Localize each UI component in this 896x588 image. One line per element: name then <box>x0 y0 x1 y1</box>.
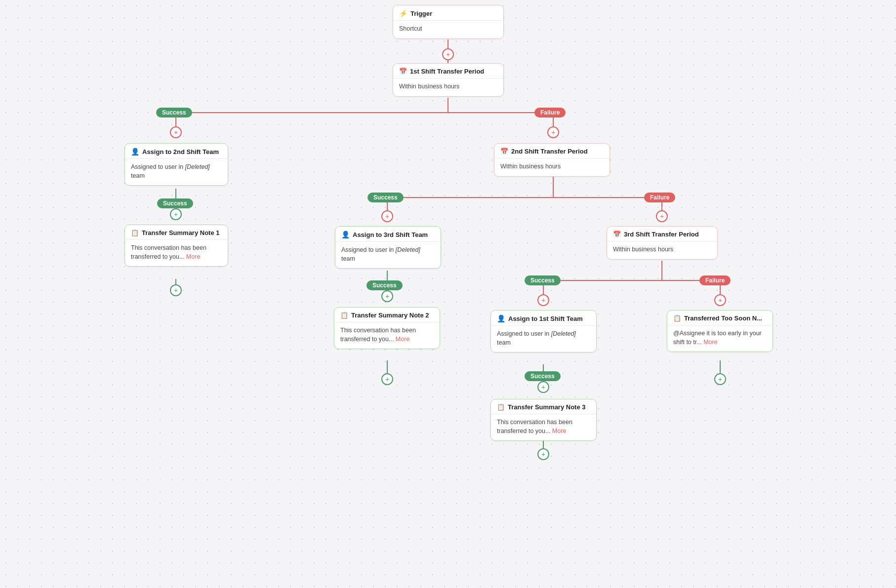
person-icon-3: 👤 <box>497 314 505 322</box>
assign1st-node: 👤 Assign to 1st Shift Team Assigned to u… <box>490 310 597 353</box>
add-btn-assign3rd[interactable]: + <box>381 290 393 302</box>
note3-node: 📋 Transfer Summary Note 3 This conversat… <box>490 399 597 441</box>
add-btn-note3-below[interactable]: + <box>537 448 549 460</box>
note1-node: 📋 Transfer Summary Note 1 This conversat… <box>124 225 228 267</box>
add-btn-toosoon-below[interactable]: + <box>714 373 726 385</box>
badge-failure-1: Failure <box>534 108 566 118</box>
shift3-value: Within business hours <box>613 246 673 253</box>
assign3rd-node: 👤 Assign to 3rd Shift Team Assigned to u… <box>335 226 441 269</box>
trigger-value: Shortcut <box>399 25 422 32</box>
badge-success-5: Success <box>525 275 561 285</box>
note2-node: 📋 Transfer Summary Note 2 This conversat… <box>334 307 440 349</box>
assign3rd-header: 👤 Assign to 3rd Shift Team <box>335 227 441 242</box>
assign1st-header: 👤 Assign to 1st Shift Team <box>491 311 596 326</box>
assign3rd-title: Assign to 3rd Shift Team <box>353 231 428 238</box>
assign1st-body: Assigned to user in [Deleted] team <box>491 326 596 352</box>
note3-header: 📋 Transfer Summary Note 3 <box>491 399 596 414</box>
trigger-icon: ⚡ <box>399 9 407 17</box>
note-icon-3: 📋 <box>673 314 681 322</box>
shift3-node: 📅 3rd Shift Transfer Period Within busin… <box>607 226 718 260</box>
assign2nd-body: Assigned to user in [Deleted] team <box>125 159 228 185</box>
note3-body: This conversation has been transferred t… <box>491 414 596 440</box>
shift1-header: 📅 1st Shift Transfer Period <box>393 64 503 78</box>
badge-failure-2: Failure <box>644 193 675 202</box>
note2-more[interactable]: More <box>396 336 409 343</box>
shift1-value: Within business hours <box>399 83 459 90</box>
shift2-value: Within business hours <box>500 163 561 170</box>
assign3rd-body: Assigned to user in [Deleted] team <box>335 242 441 268</box>
badge-success-2: Success <box>157 198 193 208</box>
note2-body: This conversation has been transferred t… <box>334 322 440 349</box>
add-btn-1[interactable]: + <box>442 48 454 60</box>
note2-title: Transfer Summary Note 2 <box>351 312 429 319</box>
shift2-title: 2nd Shift Transfer Period <box>511 148 588 155</box>
calendar-icon-2: 📅 <box>500 148 508 155</box>
trigger-title: Trigger <box>410 10 432 17</box>
assign1st-title: Assign to 1st Shift Team <box>508 315 583 322</box>
toosoon-node: 📋 Transferred Too Soon N... @Assignee it… <box>667 310 773 352</box>
note-icon-2: 📋 <box>340 312 348 319</box>
assign2nd-node: 👤 Assign to 2nd Shift Team Assigned to u… <box>124 143 228 186</box>
person-icon-1: 👤 <box>131 148 139 156</box>
note2-header: 📋 Transfer Summary Note 2 <box>334 308 440 322</box>
trigger-body: Shortcut <box>393 21 503 39</box>
note1-body: This conversation has been transferred t… <box>125 240 228 266</box>
workflow-canvas: ⚡ Trigger Shortcut + 📅 1st Shift Transfe… <box>0 0 896 588</box>
add-btn-shift2-failure[interactable]: + <box>656 210 668 222</box>
note1-title: Transfer Summary Note 1 <box>142 229 220 236</box>
assign2nd-title: Assign to 2nd Shift Team <box>142 148 219 156</box>
shift1-node: 📅 1st Shift Transfer Period Within busin… <box>393 63 504 97</box>
add-btn-shift3-failure[interactable]: + <box>714 294 726 306</box>
shift3-title: 3rd Shift Transfer Period <box>624 231 699 238</box>
badge-success-6: Success <box>525 371 561 381</box>
add-btn-shift3-success[interactable]: + <box>537 294 549 306</box>
shift2-header: 📅 2nd Shift Transfer Period <box>494 144 610 158</box>
badge-success-1: Success <box>156 108 192 118</box>
calendar-icon-1: 📅 <box>399 68 407 75</box>
trigger-header: ⚡ Trigger <box>393 5 503 21</box>
shift2-node: 📅 2nd Shift Transfer Period Within busin… <box>494 143 610 177</box>
toosoon-header: 📋 Transferred Too Soon N... <box>667 311 773 325</box>
badge-success-4: Success <box>367 280 403 290</box>
add-btn-assign1st[interactable]: + <box>537 381 549 393</box>
add-btn-left-1[interactable]: + <box>170 126 182 138</box>
add-btn-assign2nd[interactable]: + <box>170 208 182 220</box>
shift1-body: Within business hours <box>393 78 503 96</box>
trigger-node: ⚡ Trigger Shortcut <box>393 5 504 39</box>
badge-failure-3: Failure <box>699 275 731 285</box>
toosoon-more[interactable]: More <box>703 339 717 346</box>
add-btn-right-1[interactable]: + <box>547 126 559 138</box>
badge-success-3: Success <box>367 193 404 202</box>
add-btn-shift2-success[interactable]: + <box>381 210 393 222</box>
note3-title: Transfer Summary Note 3 <box>508 403 586 411</box>
shift2-body: Within business hours <box>494 158 610 176</box>
shift3-header: 📅 3rd Shift Transfer Period <box>607 227 717 241</box>
note-icon-1: 📋 <box>131 229 139 236</box>
calendar-icon-3: 📅 <box>613 231 621 238</box>
shift1-title: 1st Shift Transfer Period <box>410 68 484 75</box>
note-icon-4: 📋 <box>497 403 505 411</box>
toosoon-body: @Assignee it is too early in your shift … <box>667 325 773 352</box>
note1-header: 📋 Transfer Summary Note 1 <box>125 225 228 240</box>
note1-more[interactable]: More <box>186 253 200 260</box>
toosoon-title: Transferred Too Soon N... <box>684 314 762 322</box>
person-icon-2: 👤 <box>341 231 350 238</box>
add-btn-note2-below[interactable]: + <box>381 373 393 385</box>
add-btn-note1-below[interactable]: + <box>170 284 182 296</box>
assign2nd-header: 👤 Assign to 2nd Shift Team <box>125 144 228 159</box>
note3-more[interactable]: More <box>552 428 566 434</box>
shift3-body: Within business hours <box>607 241 717 259</box>
